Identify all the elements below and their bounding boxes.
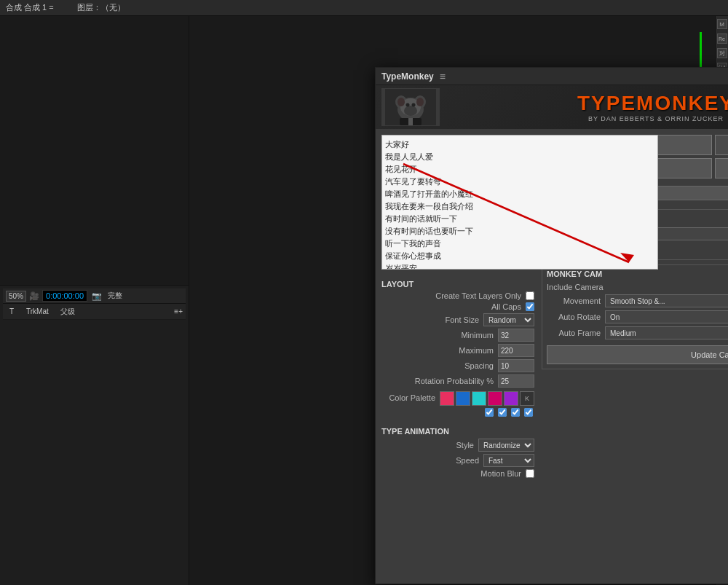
col-extra[interactable]: ≡+: [174, 307, 183, 315]
movement-label: Movement: [547, 297, 605, 305]
speed-select[interactable]: Fast Medium Slow: [483, 454, 534, 467]
motion-blur-checkbox[interactable]: [526, 469, 534, 478]
all-caps-checkbox[interactable]: [526, 302, 534, 311]
do-it-button[interactable]: DO IT!: [715, 135, 728, 155]
maximum-row: Maximum: [381, 344, 534, 357]
include-camera-label: Include Camera: [547, 283, 608, 291]
dialog-two-col: LAYOUT Create Text Layers Only All Caps: [381, 135, 728, 578]
banner-subtitle: BY DAN EBBERTS & ORRIN ZUCKER: [440, 115, 728, 122]
maximum-label: Maximum: [381, 346, 498, 355]
color-swatch-3[interactable]: [472, 391, 486, 406]
color-swatch-2[interactable]: [456, 391, 470, 406]
zoom-level[interactable]: 50%: [6, 291, 26, 302]
minimum-label: Minimum: [381, 331, 498, 339]
banner-main-title: TYPEMONKEY: [440, 92, 728, 115]
text-area-wrapper: [381, 135, 658, 270]
layer-label: 图层：（无）: [77, 2, 125, 13]
col-parent: 父级: [60, 307, 75, 317]
movement-select[interactable]: Smooth Stop &... Linear None: [605, 294, 728, 307]
font-size-row: Font Size Random Fixed: [381, 313, 534, 326]
rotation-prob-input[interactable]: [498, 374, 534, 388]
monkey-cam-section: MONKEY CAM Include Camera Movement Smoot…: [542, 264, 728, 369]
style-row: Style Randomize Sequential: [381, 439, 534, 452]
load-button[interactable]: Load: [715, 158, 728, 178]
maximum-input[interactable]: [498, 344, 534, 357]
complete-label: 完整: [108, 291, 122, 301]
type-animation-section: TYPE ANIMATION Style Randomize Sequentia…: [381, 424, 534, 480]
spacing-label: Spacing: [381, 361, 498, 370]
lyrics-textarea[interactable]: [381, 135, 658, 270]
timeline-controls: 50% 🎥 0:00:00:00 📷 完整: [3, 288, 186, 304]
timeline-row-header: T TrkMat 父级 ≡+: [3, 304, 186, 320]
auto-frame-select[interactable]: Medium Low High: [605, 326, 728, 339]
svg-rect-11: [408, 118, 413, 125]
photo-icon[interactable]: 📷: [92, 291, 102, 301]
spacing-input[interactable]: [498, 359, 534, 372]
color-swatch-5[interactable]: [504, 391, 518, 406]
color-check-row: [381, 408, 534, 417]
banner: TYPEMONKEY BY DAN EBBERTS & ORRIN ZUCKER…: [376, 85, 728, 129]
dialog-body: LAYOUT Create Text Layers Only All Caps: [376, 129, 728, 584]
left-panel: 50% 🎥 0:00:00:00 📷 完整 T TrkMat 父级 ≡+: [0, 16, 189, 585]
update-cam-button[interactable]: Update Cam: [547, 345, 728, 364]
create-text-layers-checkbox[interactable]: [526, 291, 534, 300]
sidebar-btn-m[interactable]: M: [717, 19, 727, 29]
layout-section: LAYOUT Create Text Layers Only All Caps: [381, 277, 534, 417]
center-area: TypeMonkey ≡ ✕: [189, 16, 715, 585]
dialog-titlebar: TypeMonkey ≡ ✕: [376, 68, 728, 85]
movement-row: Movement Smooth Stop &... Linear None: [547, 294, 728, 307]
comp-label: 合成 合成 1 =: [6, 2, 54, 13]
color-check-3[interactable]: [511, 408, 520, 417]
sidebar-btn-re[interactable]: Re: [717, 34, 727, 44]
style-label: Style: [381, 441, 478, 449]
top-bar: 合成 合成 1 = 图层：（无）: [0, 0, 728, 16]
svg-point-6: [406, 103, 410, 107]
time-display[interactable]: 0:00:00:00: [42, 290, 87, 302]
type-anim-section-title: TYPE ANIMATION: [381, 427, 534, 436]
dialog-title: TypeMonkey ≡: [381, 71, 446, 82]
rotation-prob-row: Rotation Probability %: [381, 374, 534, 388]
color-check-1[interactable]: [485, 408, 494, 417]
style-select[interactable]: Randomize Sequential: [478, 439, 534, 452]
svg-point-9: [416, 98, 424, 106]
svg-point-8: [397, 98, 405, 106]
auto-rotate-label: Auto Rotate: [547, 313, 605, 321]
preview-area: [0, 16, 189, 286]
auto-rotate-select[interactable]: On Off: [605, 310, 728, 323]
color-swatches: K: [440, 391, 534, 406]
font-size-select[interactable]: Random Fixed: [483, 313, 534, 326]
hamburger-menu[interactable]: ≡: [440, 71, 446, 82]
font-size-label: Font Size: [381, 315, 483, 324]
auto-frame-row: Auto Frame Medium Low High: [547, 326, 728, 339]
auto-frame-label: Auto Frame: [547, 329, 605, 337]
color-check-2[interactable]: [498, 408, 507, 417]
svg-point-5: [404, 106, 417, 116]
all-caps-label: All Caps: [381, 302, 526, 311]
include-camera-row: Include Camera: [547, 283, 728, 291]
color-k-button[interactable]: K: [520, 391, 534, 406]
color-palette-row: Color Palette K: [381, 390, 534, 406]
create-text-layers-label: Create Text Layers Only: [381, 291, 526, 300]
speed-label: Speed: [381, 456, 483, 465]
auto-rotate-row: Auto Rotate On Off: [547, 310, 728, 323]
sidebar-btn-chinese[interactable]: 对: [717, 48, 727, 58]
col-t: T: [6, 307, 17, 315]
color-swatch-1[interactable]: [440, 391, 454, 406]
typemonkey-dialog: TypeMonkey ≡ ✕: [375, 67, 728, 584]
speed-row: Speed Fast Medium Slow: [381, 454, 534, 467]
all-caps-row: All Caps: [381, 302, 534, 311]
minimum-input[interactable]: [498, 329, 534, 342]
spacing-row: Spacing: [381, 359, 534, 372]
banner-title-area: TYPEMONKEY BY DAN EBBERTS & ORRIN ZUCKER: [440, 92, 728, 122]
rotation-prob-label: Rotation Probability %: [381, 377, 498, 385]
camera-icon[interactable]: 🎥: [29, 291, 39, 301]
create-text-layers-row: Create Text Layers Only: [381, 291, 534, 300]
color-swatch-4[interactable]: [488, 391, 502, 406]
monkey-image: [381, 88, 440, 126]
layout-section-title: LAYOUT: [381, 280, 534, 288]
color-palette-label: Color Palette: [381, 393, 440, 402]
dialog-left-col: LAYOUT Create Text Layers Only All Caps: [381, 135, 534, 578]
color-check-4[interactable]: [524, 408, 533, 417]
timeline-area: 50% 🎥 0:00:00:00 📷 完整 T TrkMat 父级 ≡+: [0, 286, 189, 585]
motion-blur-row: Motion Blur: [381, 469, 534, 478]
